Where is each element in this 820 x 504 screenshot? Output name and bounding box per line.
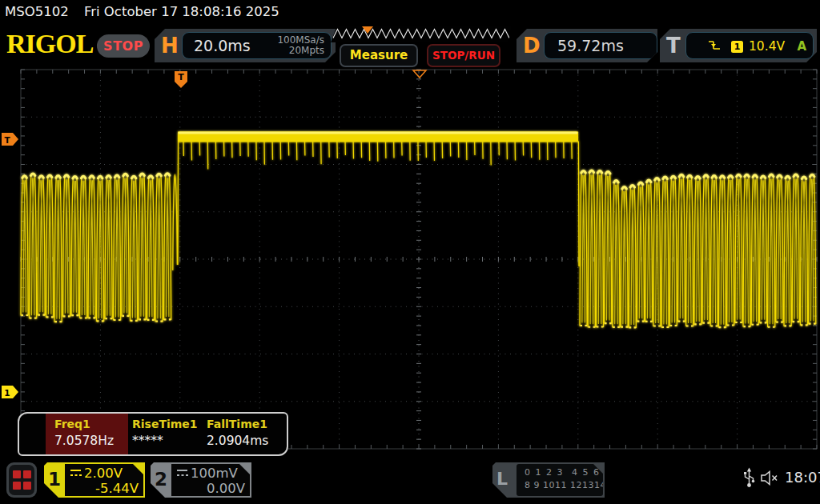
channel1-trace — [21, 132, 816, 328]
trigger-position-marker-label: T — [178, 72, 184, 82]
measurement-panel[interactable]: Freq1 7.0578Hz RiseTime1 ***** FallTime1… — [18, 412, 288, 456]
measurement-name: Freq1 — [54, 418, 90, 430]
digital-channels-row2: 8 9 1011 12131415 — [525, 480, 618, 490]
channel1-scale: 2.00V — [84, 466, 123, 481]
logic-analyzer-label: L — [496, 462, 517, 498]
logic-analyzer-block[interactable]: L 0 1 2 3 4 5 6 7 8 9 1011 12131415 — [492, 462, 605, 498]
measurement-value: ***** — [132, 434, 163, 448]
measurement-value: 2.0904ms — [207, 434, 268, 448]
oscilloscope-screen: MSO5102 Fri October 17 18:08:16 2025 RIG… — [0, 0, 820, 504]
horizontal-center-marker — [413, 70, 426, 78]
channel1-block[interactable]: 1 2.00V -5.44V — [44, 462, 145, 498]
channel2-block[interactable]: 2 100mV 0.00V — [151, 462, 251, 498]
channel1-zero-marker-label: 1 — [4, 388, 10, 398]
channel-status-bar: 1 2.00V -5.44V 2 100mV 0.00V — [0, 461, 820, 504]
speaker-muted-icon — [761, 470, 779, 489]
status-clock: 18:07 — [785, 469, 820, 486]
menu-grid-button[interactable] — [6, 462, 37, 498]
channel1-number: 1 — [44, 462, 65, 498]
dc-coupling-icon — [176, 469, 189, 478]
digital-channels-row1: 0 1 2 3 4 5 6 7 — [525, 467, 611, 478]
channel2-offset: 0.00V — [207, 481, 245, 496]
measurement-name: FallTime1 — [207, 418, 267, 430]
measurement-name: RiseTime1 — [132, 418, 198, 430]
channel2-scale: 100mV — [191, 466, 238, 481]
trigger-level-marker-label: T — [4, 135, 10, 145]
measurement-value: 7.0578Hz — [54, 434, 114, 448]
channel2-number: 2 — [151, 462, 171, 498]
channel1-offset: -5.44V — [95, 481, 139, 496]
usb-icon — [743, 467, 755, 491]
dc-coupling-icon — [70, 469, 82, 478]
